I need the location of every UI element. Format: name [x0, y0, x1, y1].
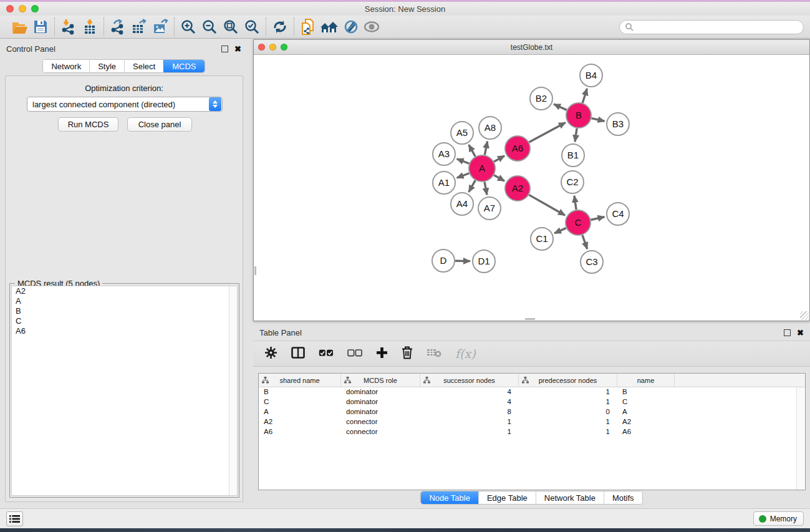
tab-mcds[interactable]: MCDS	[163, 60, 204, 72]
node-label-A5: A5	[456, 127, 468, 138]
table-cell[interactable]: B	[617, 387, 675, 397]
result-item[interactable]: A	[12, 296, 237, 306]
select-all-icon[interactable]	[319, 348, 334, 359]
table-row[interactable]: Cdominator41C	[259, 397, 805, 407]
table-cell[interactable]: A	[259, 407, 341, 417]
table-cell[interactable]: C	[617, 397, 675, 407]
hide-graphics-details-icon[interactable]	[340, 17, 361, 37]
function-builder-icon[interactable]: f(x)	[455, 347, 476, 360]
node-label-A1: A1	[438, 177, 450, 188]
table-cell[interactable]: dominator	[341, 397, 420, 407]
table-cell[interactable]: 4	[420, 387, 519, 397]
result-item[interactable]: A6	[12, 326, 237, 336]
zoom-fit-icon[interactable]	[220, 17, 241, 37]
run-mcds-button[interactable]: Run MCDS	[58, 117, 118, 132]
mcds-result-list[interactable]: A2ABCA6	[11, 286, 238, 496]
column-header-predecessor-nodes[interactable]: predecessor nodes	[519, 374, 617, 387]
canvas-hscroll-thumb[interactable]	[525, 318, 535, 320]
table-cell[interactable]: 1	[420, 417, 519, 427]
home-icon[interactable]	[319, 17, 340, 37]
edge-C-C3	[582, 235, 587, 249]
task-history-button[interactable]	[6, 511, 23, 526]
network-window-titlebar[interactable]: testGlobe.txt	[254, 40, 809, 55]
settings-gear-icon[interactable]	[264, 346, 277, 362]
table-cell[interactable]: C	[259, 397, 341, 407]
table-cell[interactable]: 0	[519, 407, 617, 417]
column-header-successor-nodes[interactable]: successor nodes	[420, 374, 519, 387]
table-cell[interactable]: 1	[519, 417, 617, 427]
float-panel-icon[interactable]	[221, 46, 228, 52]
table-body[interactable]: Bdominator41BCdominator41CAdominator80AA…	[259, 387, 805, 437]
table-cell[interactable]: dominator	[341, 387, 420, 397]
node-label-B1: B1	[567, 150, 579, 160]
table-cell[interactable]: A	[617, 407, 675, 417]
export-table-icon[interactable]	[128, 17, 150, 37]
zoom-out-icon[interactable]	[199, 17, 220, 37]
show-graphics-details-icon[interactable]	[361, 17, 382, 37]
tab-select[interactable]: Select	[124, 60, 163, 72]
clone-network-icon[interactable]	[297, 17, 319, 37]
table-header[interactable]: shared nameMCDS rolesuccessor nodesprede…	[259, 374, 805, 387]
add-row-icon[interactable]	[376, 347, 388, 361]
tab-motifs[interactable]: Motifs	[604, 491, 642, 504]
table-cell[interactable]: A2	[259, 417, 341, 427]
table-cell[interactable]: 1	[519, 427, 617, 437]
tab-network-table[interactable]: Network Table	[536, 491, 604, 504]
tab-network[interactable]: Network	[43, 60, 89, 72]
result-item[interactable]: C	[12, 316, 237, 326]
network-canvas[interactable]: ABCA2A6A1A3A4A5A7A8B1B2B3B4C1C2C3C4DD1	[254, 56, 809, 320]
zoom-in-icon[interactable]	[178, 17, 199, 37]
result-scrollbar[interactable]	[229, 286, 237, 495]
table-cell[interactable]: connector	[341, 427, 420, 437]
result-item[interactable]: B	[12, 306, 237, 316]
node-label-A: A	[479, 163, 485, 173]
search-input[interactable]	[634, 22, 798, 32]
export-network-icon[interactable]	[107, 17, 128, 37]
close-panel-icon[interactable]: ✖	[234, 44, 241, 54]
table-cell[interactable]: 8	[420, 407, 519, 417]
node-table[interactable]: shared nameMCDS rolesuccessor nodesprede…	[258, 373, 806, 490]
column-header-shared-name[interactable]: shared name	[259, 374, 341, 387]
destroy-table-icon[interactable]	[427, 347, 441, 360]
tab-style[interactable]: Style	[89, 60, 124, 72]
refresh-layout-icon[interactable]	[269, 17, 291, 37]
close-panel-button[interactable]: Close panel	[127, 117, 192, 132]
close-table-panel-icon[interactable]: ✖	[797, 328, 804, 337]
table-row[interactable]: Bdominator41B	[259, 387, 805, 397]
delete-rows-icon[interactable]	[402, 346, 413, 362]
tab-node-table[interactable]: Node Table	[421, 491, 478, 504]
import-table-icon[interactable]	[79, 17, 100, 37]
column-header-MCDS-role[interactable]: MCDS role	[341, 374, 420, 387]
table-cell[interactable]: 1	[519, 387, 617, 397]
table-cell[interactable]: 1	[420, 427, 519, 437]
table-cell[interactable]: B	[259, 387, 341, 397]
open-session-icon[interactable]	[9, 17, 30, 37]
table-cell[interactable]: dominator	[341, 407, 420, 417]
optimization-criterion-dropdown[interactable]: largest connected component (directed)	[27, 97, 223, 112]
table-cell[interactable]: 4	[420, 397, 519, 407]
export-image-icon[interactable]	[150, 17, 171, 37]
column-selector-icon[interactable]	[291, 347, 305, 361]
save-session-icon[interactable]	[30, 17, 51, 37]
search-box[interactable]	[619, 20, 804, 34]
result-item[interactable]: A2	[12, 286, 237, 296]
float-table-panel-icon[interactable]	[784, 329, 791, 336]
table-cell[interactable]: 1	[519, 397, 617, 407]
table-cell[interactable]: A6	[259, 427, 341, 437]
table-row[interactable]: Adominator80A	[259, 407, 805, 417]
table-scrollbar[interactable]	[796, 387, 805, 490]
table-row[interactable]: A6connector11A6	[259, 427, 805, 437]
canvas-vscroll-thumb[interactable]	[254, 266, 256, 275]
window-resize-grip[interactable]	[800, 311, 809, 320]
node-label-A8: A8	[485, 122, 496, 133]
table-row[interactable]: A2connector11A2	[259, 417, 805, 427]
tab-edge-table[interactable]: Edge Table	[478, 491, 536, 504]
table-cell[interactable]: connector	[341, 417, 420, 427]
table-cell[interactable]: A2	[617, 417, 675, 427]
memory-button[interactable]: Memory	[753, 511, 804, 526]
zoom-selected-icon[interactable]	[241, 17, 263, 37]
deselect-all-icon[interactable]	[347, 348, 362, 359]
import-network-icon[interactable]	[58, 17, 79, 37]
table-cell[interactable]: A6	[617, 427, 675, 437]
column-header-name[interactable]: name	[617, 374, 675, 387]
